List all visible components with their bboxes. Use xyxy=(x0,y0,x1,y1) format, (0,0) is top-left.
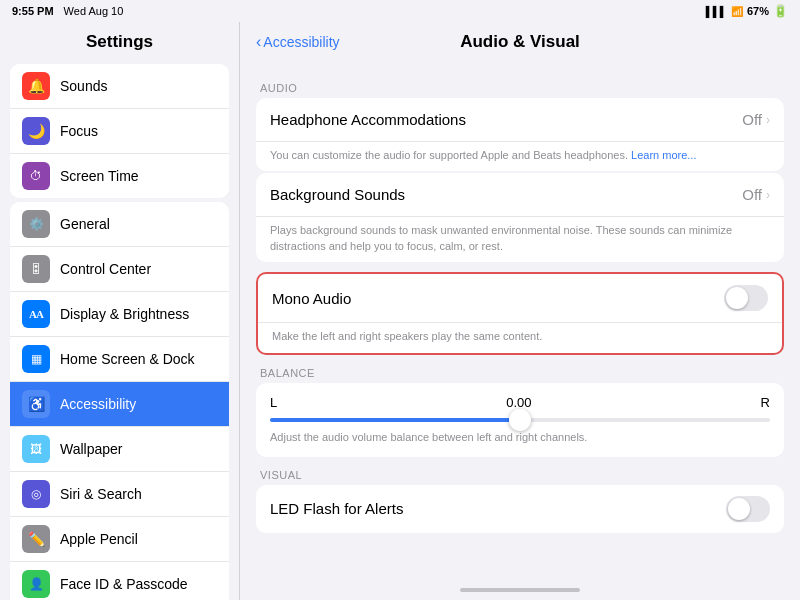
sidebar-section-1: 🔔 Sounds 🌙 Focus ⏱ Screen Time xyxy=(10,64,229,198)
balance-right-label: R xyxy=(761,395,770,410)
balance-card: L 0.00 R Adjust the audio volume balance… xyxy=(256,383,784,457)
balance-value: 0.00 xyxy=(506,395,531,410)
row-mono-audio: Mono Audio xyxy=(258,274,782,323)
sidebar-item-wallpaper[interactable]: 🖼 Wallpaper xyxy=(10,427,229,472)
led-flash-label: LED Flash for Alerts xyxy=(270,500,403,517)
accessibility-icon: ♿ xyxy=(22,390,50,418)
section-label-balance: BALANCE xyxy=(260,367,780,379)
sounds-label: Sounds xyxy=(60,78,107,94)
sidebar-title: Settings xyxy=(0,22,239,60)
background-sounds-value: Off › xyxy=(742,186,770,203)
balance-slider-fill xyxy=(270,418,520,422)
apple-pencil-label: Apple Pencil xyxy=(60,531,138,547)
control-center-icon: 🎛 xyxy=(22,255,50,283)
wallpaper-icon: 🖼 xyxy=(22,435,50,463)
nav-back-button[interactable]: ‹ Accessibility xyxy=(256,33,340,51)
sidebar-section-2: ⚙️ General 🎛 Control Center AA Display &… xyxy=(10,202,229,600)
balance-header: L 0.00 R xyxy=(270,395,770,410)
focus-icon: 🌙 xyxy=(22,117,50,145)
accessibility-label: Accessibility xyxy=(60,396,136,412)
time: 9:55 PM xyxy=(12,5,54,17)
signal-icon: ▌▌▌ xyxy=(706,6,727,17)
headphone-chevron: › xyxy=(766,113,770,127)
sidebar-item-general[interactable]: ⚙️ General xyxy=(10,202,229,247)
background-sounds-off: Off xyxy=(742,186,762,203)
led-toggle-knob xyxy=(728,498,750,520)
sidebar-item-sounds[interactable]: 🔔 Sounds xyxy=(10,64,229,109)
background-sounds-label: Background Sounds xyxy=(270,186,405,203)
card-headphone-accommodations: Headphone Accommodations Off › You can c… xyxy=(256,98,784,171)
balance-slider-track[interactable] xyxy=(270,418,770,422)
background-sounds-description: Plays background sounds to mask unwanted… xyxy=(256,217,784,262)
right-panel: ‹ Accessibility Audio & Visual AUDIO Hea… xyxy=(240,22,800,600)
face-id-icon: 👤 xyxy=(22,570,50,598)
headphone-label: Headphone Accommodations xyxy=(270,111,466,128)
headphone-value: Off › xyxy=(742,111,770,128)
row-led-flash: LED Flash for Alerts xyxy=(256,485,784,533)
sidebar-item-apple-pencil[interactable]: ✏️ Apple Pencil xyxy=(10,517,229,562)
date: Wed Aug 10 xyxy=(64,5,124,17)
row-background-sounds[interactable]: Background Sounds Off › xyxy=(256,173,784,217)
section-label-audio: AUDIO xyxy=(260,82,780,94)
status-bar-left: 9:55 PM Wed Aug 10 xyxy=(12,5,123,17)
control-center-label: Control Center xyxy=(60,261,151,277)
focus-label: Focus xyxy=(60,123,98,139)
sounds-icon: 🔔 xyxy=(22,72,50,100)
sidebar-item-accessibility[interactable]: ♿ Accessibility xyxy=(10,382,229,427)
wallpaper-label: Wallpaper xyxy=(60,441,123,457)
sidebar-item-siri-search[interactable]: ◎ Siri & Search xyxy=(10,472,229,517)
home-screen-icon: ▦ xyxy=(22,345,50,373)
display-brightness-label: Display & Brightness xyxy=(60,306,189,322)
learn-more-link[interactable]: Learn more... xyxy=(631,149,696,161)
background-sounds-chevron: › xyxy=(766,188,770,202)
siri-search-icon: ◎ xyxy=(22,480,50,508)
mono-audio-toggle[interactable] xyxy=(724,285,768,311)
sidebar-item-screen-time[interactable]: ⏱ Screen Time xyxy=(10,154,229,198)
row-headphone-accommodations[interactable]: Headphone Accommodations Off › xyxy=(256,98,784,142)
face-id-label: Face ID & Passcode xyxy=(60,576,188,592)
general-icon: ⚙️ xyxy=(22,210,50,238)
card-background-sounds: Background Sounds Off › Plays background… xyxy=(256,173,784,262)
apple-pencil-icon: ✏️ xyxy=(22,525,50,553)
card-mono-audio: Mono Audio Make the left and right speak… xyxy=(256,272,784,354)
home-indicator xyxy=(460,588,580,592)
sidebar-item-display-brightness[interactable]: AA Display & Brightness xyxy=(10,292,229,337)
sidebar-item-control-center[interactable]: 🎛 Control Center xyxy=(10,247,229,292)
screen-time-icon: ⏱ xyxy=(22,162,50,190)
bottom-bar xyxy=(240,580,800,600)
status-bar-right: ▌▌▌ 📶 67% 🔋 xyxy=(706,4,788,18)
general-label: General xyxy=(60,216,110,232)
status-bar: 9:55 PM Wed Aug 10 ▌▌▌ 📶 67% 🔋 xyxy=(0,0,800,22)
mono-audio-description: Make the left and right speakers play th… xyxy=(258,323,782,352)
screen-time-label: Screen Time xyxy=(60,168,139,184)
sidebar-item-focus[interactable]: 🌙 Focus xyxy=(10,109,229,154)
wifi-icon: 📶 xyxy=(731,6,743,17)
content-area: AUDIO Headphone Accommodations Off › You… xyxy=(240,62,800,580)
headphone-off: Off xyxy=(742,111,762,128)
sidebar: Settings 🔔 Sounds 🌙 Focus ⏱ Screen Time … xyxy=(0,22,240,600)
home-screen-label: Home Screen & Dock xyxy=(60,351,195,367)
nav-title: Audio & Visual xyxy=(460,32,580,52)
battery-percent: 67% xyxy=(747,5,769,17)
balance-left-label: L xyxy=(270,395,277,410)
balance-slider-knob[interactable] xyxy=(509,409,531,431)
display-brightness-icon: AA xyxy=(22,300,50,328)
section-label-visual: VISUAL xyxy=(260,469,780,481)
nav-back-label: Accessibility xyxy=(263,34,339,50)
siri-search-label: Siri & Search xyxy=(60,486,142,502)
sidebar-item-home-screen[interactable]: ▦ Home Screen & Dock xyxy=(10,337,229,382)
battery-icon: 🔋 xyxy=(773,4,788,18)
nav-bar: ‹ Accessibility Audio & Visual xyxy=(240,22,800,62)
toggle-knob xyxy=(726,287,748,309)
sidebar-item-face-id[interactable]: 👤 Face ID & Passcode xyxy=(10,562,229,600)
mono-audio-label: Mono Audio xyxy=(272,290,351,307)
led-flash-toggle[interactable] xyxy=(726,496,770,522)
chevron-left-icon: ‹ xyxy=(256,33,261,51)
card-led-flash: LED Flash for Alerts xyxy=(256,485,784,533)
headphone-description: You can customize the audio for supporte… xyxy=(256,142,784,171)
